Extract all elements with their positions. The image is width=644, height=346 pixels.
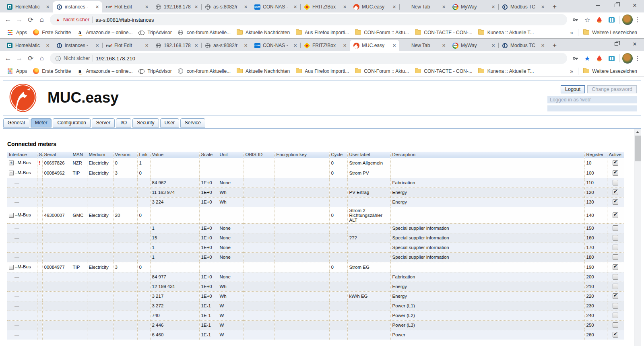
bookmark-this-page-button[interactable]: ☆ xyxy=(582,14,593,25)
address-bar[interactable]: iNicht sicher192.168.178.210 xyxy=(50,53,567,64)
active-checkbox[interactable] xyxy=(613,284,618,289)
bookmark-this-page-button[interactable]: ★ xyxy=(582,53,593,64)
column-header[interactable]: Value xyxy=(150,152,199,158)
column-header[interactable]: Serial xyxy=(42,152,71,158)
logout-button[interactable]: Logout xyxy=(561,85,585,93)
tab-close-icon[interactable]: ✕ xyxy=(94,4,100,10)
other-bookmarks-button[interactable]: Weitere Lesezeichen xyxy=(580,29,640,37)
tab-close-icon[interactable]: ✕ xyxy=(391,4,397,10)
tab-general[interactable]: General xyxy=(3,118,29,128)
browser-tab-homematic[interactable]: HomeMatic✕ xyxy=(3,1,53,12)
back-button[interactable]: ← xyxy=(2,53,14,64)
browser-tab-homematic[interactable]: HomeMatic✕ xyxy=(3,40,53,51)
tab-close-icon[interactable]: ✕ xyxy=(540,43,546,49)
column-header[interactable]: Link xyxy=(137,152,150,158)
bookmark-con-forum-aktuelle-[interactable]: con-forum Aktuelle... xyxy=(175,67,233,75)
scrollbar-thumb[interactable] xyxy=(635,136,641,161)
close-window-button[interactable]: ✕ xyxy=(625,39,644,49)
active-checkbox[interactable] xyxy=(613,322,618,328)
bookmark-aktuelle-nachrichten[interactable]: Aktuelle Nachrichten xyxy=(233,67,293,75)
browser-tab-192-168-178[interactable]: 192.168.178✕ xyxy=(152,40,201,51)
column-header[interactable]: S xyxy=(37,152,42,158)
browser-menu-button[interactable]: ⋮ xyxy=(634,55,642,62)
active-checkbox[interactable] xyxy=(613,225,618,231)
tab-close-icon[interactable]: ✕ xyxy=(45,43,51,49)
active-checkbox[interactable] xyxy=(613,332,618,338)
bookmark-aus-firefox-importi-[interactable]: Aus Firefox importi... xyxy=(293,67,352,75)
bookmark-kunena-aktuelle-t-[interactable]: Kunena :: Aktuelle T... xyxy=(475,29,537,37)
column-header[interactable]: Active xyxy=(607,152,624,158)
active-checkbox[interactable] xyxy=(613,199,618,205)
browser-tab-192-168-178[interactable]: 192.168.178✕ xyxy=(152,1,201,12)
vertical-scrollbar[interactable] xyxy=(634,129,641,346)
browser-tab-instances-[interactable]: instances -✕ xyxy=(53,40,102,51)
active-checkbox[interactable] xyxy=(613,189,618,195)
collapse-toggle-icon[interactable]: − xyxy=(9,171,14,175)
browser-tab-instances-[interactable]: instances -✕ xyxy=(53,1,102,12)
bookmark-tripadvisor[interactable]: TripAdvisor xyxy=(135,29,174,37)
tab-close-icon[interactable]: ✕ xyxy=(441,4,447,10)
tab-service[interactable]: Service xyxy=(180,118,205,128)
scroll-up-button[interactable] xyxy=(634,129,641,135)
column-header[interactable]: OBIS-ID xyxy=(244,152,275,158)
bookmark-amazon-de-online-[interactable]: aAmazon.de – online... xyxy=(74,67,135,75)
new-tab-button[interactable]: + xyxy=(549,2,560,12)
active-checkbox[interactable] xyxy=(613,254,618,260)
tab-close-icon[interactable]: ✕ xyxy=(292,4,298,10)
tab-close-icon[interactable]: ✕ xyxy=(144,4,150,10)
profile-avatar[interactable] xyxy=(622,53,633,64)
browser-tab-myway[interactable]: MyWay✕ xyxy=(449,40,498,51)
new-tab-button[interactable]: + xyxy=(549,40,560,51)
bookmark-con-tacte-con-[interactable]: CON-TACTE - CON-... xyxy=(412,29,475,37)
browser-menu-button[interactable]: ⋮ xyxy=(634,16,642,23)
tab-close-icon[interactable]: ✕ xyxy=(193,4,199,10)
active-checkbox[interactable] xyxy=(613,235,618,241)
tab-configuration[interactable]: Configuration xyxy=(53,118,90,128)
browser-tab-new-tab[interactable]: New Tab✕ xyxy=(399,40,449,51)
active-checkbox[interactable] xyxy=(613,293,618,299)
active-checkbox[interactable] xyxy=(613,180,618,185)
address-bar[interactable]: ▲Nicht sicheras-s:8081/#tab-instances xyxy=(50,14,567,25)
flame-extension-button[interactable] xyxy=(594,14,605,25)
bookmark-amazon-de-online-[interactable]: aAmazon.de – online... xyxy=(74,29,135,37)
reload-button[interactable]: ⟳ xyxy=(25,14,36,25)
expand-toggle-icon[interactable]: + xyxy=(9,161,14,165)
collapse-toggle-icon[interactable]: − xyxy=(9,265,14,270)
column-header[interactable]: Interface xyxy=(7,152,37,158)
bookmark-kunena-aktuelle-t-[interactable]: Kunena :: Aktuelle T... xyxy=(475,67,537,75)
active-checkbox[interactable] xyxy=(613,170,618,176)
tab-close-icon[interactable]: ✕ xyxy=(490,43,496,49)
bookmark-erste-schritte[interactable]: Erste Schritte xyxy=(30,67,74,75)
reading-list-extension-button[interactable] xyxy=(606,14,617,25)
column-header[interactable]: Encryption key xyxy=(275,152,329,158)
bookmark-erste-schritte[interactable]: Erste Schritte xyxy=(30,29,74,37)
tab-close-icon[interactable]: ✕ xyxy=(342,4,348,10)
bookmark-apps[interactable]: Apps xyxy=(4,29,30,37)
bookmark-tripadvisor[interactable]: TripAdvisor xyxy=(135,67,174,75)
tab-close-icon[interactable]: ✕ xyxy=(490,4,496,10)
browser-tab-flot-edit[interactable]: FlotFlot Edit✕ xyxy=(102,1,152,12)
browser-tab-as-s-8082-r[interactable]: as-s:8082/r✕ xyxy=(201,40,251,51)
bookmark-con-forum-aktu-[interactable]: CON-Forum :: Aktu... xyxy=(352,67,412,75)
bookmark-aktuelle-nachrichten[interactable]: Aktuelle Nachrichten xyxy=(233,29,293,37)
password-key-button[interactable] xyxy=(570,53,581,64)
bookmark-con-forum-aktu-[interactable]: CON-Forum :: Aktu... xyxy=(352,29,412,37)
profile-avatar[interactable] xyxy=(622,14,633,25)
collapse-toggle-icon[interactable]: − xyxy=(9,213,14,218)
tab-close-icon[interactable]: ✕ xyxy=(391,43,397,49)
tab-close-icon[interactable]: ✕ xyxy=(45,4,51,10)
password-key-button[interactable] xyxy=(570,14,581,25)
column-header[interactable]: Version xyxy=(113,152,137,158)
tab-close-icon[interactable]: ✕ xyxy=(441,43,447,49)
tab-security[interactable]: Security xyxy=(132,118,159,128)
tab-close-icon[interactable]: ✕ xyxy=(193,43,199,49)
restore-button[interactable] xyxy=(607,39,625,49)
tab-close-icon[interactable]: ✕ xyxy=(342,43,348,49)
minimize-button[interactable] xyxy=(588,39,607,49)
active-checkbox[interactable] xyxy=(613,160,618,166)
tab-close-icon[interactable]: ✕ xyxy=(540,4,546,10)
tab-server[interactable]: Server xyxy=(92,118,115,128)
home-button[interactable]: ⌂ xyxy=(36,53,47,64)
browser-tab-muc-easy[interactable]: MUC.easy✕ xyxy=(350,40,399,51)
tab-close-icon[interactable]: ✕ xyxy=(94,43,100,49)
